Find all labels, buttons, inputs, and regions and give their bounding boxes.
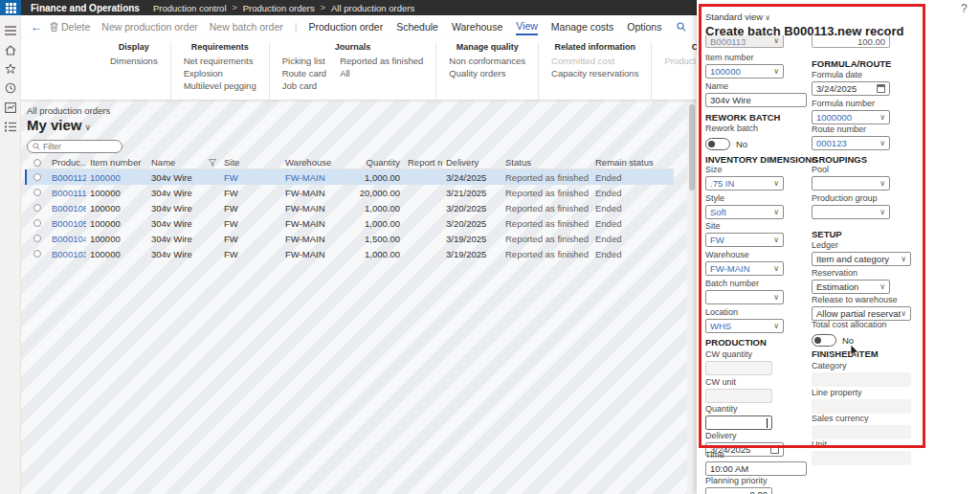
- cell-production-order[interactable]: B000104: [48, 234, 86, 244]
- row-radio[interactable]: [27, 189, 48, 196]
- ribbon-item-all[interactable]: All: [340, 67, 423, 79]
- table-row[interactable]: B000105 100000 304v Wire FW FW-MAIN 1,00…: [27, 215, 674, 231]
- delete-button[interactable]: Delete: [50, 21, 90, 33]
- quantity-input[interactable]: [705, 415, 772, 430]
- cell-production-order[interactable]: B000103: [48, 249, 86, 259]
- cell-production-order[interactable]: B000105: [48, 218, 86, 229]
- column-header-quantity[interactable]: Quantity: [348, 157, 404, 168]
- column-header-delivery[interactable]: Delivery: [442, 157, 501, 168]
- tab-view[interactable]: View: [516, 17, 538, 35]
- formula-date-input[interactable]: 3/24/2025: [812, 81, 890, 96]
- row-radio[interactable]: [27, 204, 48, 212]
- formula-number-combo[interactable]: 1000000∨: [812, 110, 890, 124]
- site-combo[interactable]: FW∨: [705, 233, 784, 247]
- search-icon[interactable]: [677, 22, 686, 32]
- tab-warehouse[interactable]: Warehouse: [452, 18, 502, 34]
- production-group-combo[interactable]: ∨: [812, 205, 890, 219]
- table-row[interactable]: B000104 100000 304v Wire FW FW-MAIN 1,50…: [27, 231, 674, 246]
- name-input[interactable]: 304v Wire: [705, 93, 807, 107]
- calendar-icon[interactable]: [877, 84, 885, 93]
- ribbon-item-dimensions[interactable]: Dimensions: [110, 55, 158, 67]
- ribbon-item-capacity-reservations[interactable]: Capacity reservations: [551, 67, 638, 79]
- column-header-report-remainder[interactable]: Report re...: [404, 157, 442, 168]
- cell-status: Reported as finished: [501, 218, 591, 229]
- page-tab-all-production-orders[interactable]: All production orders: [27, 105, 110, 116]
- pool-combo[interactable]: ∨: [812, 176, 890, 191]
- ribbon-item-job-card[interactable]: Job card: [282, 79, 326, 92]
- ribbon-item-route-card[interactable]: Route card: [282, 67, 326, 79]
- ribbon-item-multilevel-pegging[interactable]: Multilevel pegging: [184, 79, 256, 92]
- scrollbar-thumb[interactable]: [689, 104, 695, 191]
- table-row[interactable]: B000112 100000 304v Wire FW FW-MAIN 1,00…: [25, 169, 674, 185]
- cell-production-order[interactable]: B000112: [48, 172, 86, 183]
- total-cost-allocation-toggle[interactable]: [812, 334, 836, 347]
- column-header-production-order[interactable]: Produc...↓: [48, 157, 86, 168]
- size-combo[interactable]: .75 IN∨: [705, 176, 784, 191]
- release-to-warehouse-combo[interactable]: Allow partial reservation∨: [812, 306, 911, 321]
- column-header-item-number[interactable]: Item number: [86, 157, 147, 168]
- ribbon-item-net-requirements[interactable]: Net requirements: [184, 55, 256, 67]
- warehouse-combo[interactable]: FW-MAIN∨: [705, 261, 784, 276]
- cell-production-order[interactable]: B000108: [48, 203, 86, 213]
- ledger-combo[interactable]: Item and category∨: [812, 252, 911, 266]
- reservation-field: Reservation Estimation∨: [812, 268, 890, 294]
- tab-schedule[interactable]: Schedule: [396, 18, 438, 34]
- cell-warehouse: FW-MAIN: [281, 249, 348, 259]
- favorites-star-icon[interactable]: [0, 59, 21, 79]
- tab-options[interactable]: Options: [627, 18, 661, 34]
- modules-list-icon[interactable]: [0, 117, 21, 136]
- column-header-status[interactable]: Status: [501, 157, 591, 168]
- breadcrumb-production-orders[interactable]: Production orders: [243, 3, 315, 13]
- batch-number-combo[interactable]: ∨: [705, 290, 784, 304]
- row-radio[interactable]: [27, 219, 48, 227]
- ribbon-item-picking-list[interactable]: Picking list: [282, 55, 326, 67]
- filter-input[interactable]: [43, 142, 110, 151]
- cell-production-order[interactable]: B000111: [48, 188, 86, 198]
- chevron-down-icon: ∨: [773, 294, 779, 302]
- column-header-name[interactable]: Name: [147, 157, 220, 168]
- ribbon-group-manage-quality: Manage quality Non conformances Quality …: [436, 42, 539, 100]
- route-number-combo[interactable]: 000123∨: [812, 136, 890, 150]
- chevron-down-icon: ∨: [773, 37, 779, 45]
- breadcrumb-production-control[interactable]: Production control: [153, 3, 227, 13]
- help-icon[interactable]: ?: [961, 2, 968, 15]
- tab-manage-costs[interactable]: Manage costs: [551, 18, 613, 34]
- grid-filter-box[interactable]: [27, 140, 122, 153]
- planning-priority-input[interactable]: 0.00: [705, 487, 772, 494]
- select-all-radio[interactable]: [27, 159, 48, 167]
- table-row[interactable]: B000103 100000 304v Wire FW FW-MAIN 1,00…: [27, 246, 674, 261]
- row-radio[interactable]: [27, 250, 48, 258]
- home-icon[interactable]: [0, 40, 21, 59]
- column-header-warehouse[interactable]: Warehouse: [281, 157, 348, 168]
- back-arrow-icon[interactable]: ←: [21, 20, 50, 34]
- rework-batch-toggle[interactable]: [705, 138, 730, 150]
- time-input[interactable]: 10:00 AM: [705, 461, 807, 476]
- recent-clock-icon[interactable]: [0, 79, 21, 98]
- breadcrumb-all-production-orders[interactable]: All production orders: [331, 3, 414, 13]
- ribbon-item-non-conformances[interactable]: Non conformances: [449, 55, 525, 67]
- row-radio[interactable]: [27, 235, 48, 242]
- column-header-remain-status[interactable]: Remain status: [591, 157, 672, 168]
- row-radio[interactable]: [27, 173, 48, 181]
- style-combo[interactable]: Soft∨: [705, 205, 784, 219]
- vertical-scrollbar[interactable]: [687, 101, 697, 494]
- time-field: Time 10:00 AM: [705, 450, 807, 476]
- reservation-combo[interactable]: Estimation∨: [812, 280, 890, 294]
- menu-icon[interactable]: [0, 21, 21, 40]
- ribbon-item-quality-orders[interactable]: Quality orders: [449, 67, 525, 79]
- workspaces-icon[interactable]: [0, 98, 21, 117]
- table-row[interactable]: B000111 100000 304v Wire FW FW-MAIN 20,0…: [27, 185, 674, 200]
- location-combo[interactable]: WHS∨: [705, 319, 784, 333]
- item-number-combo[interactable]: 100000∨: [705, 64, 784, 79]
- panel-view-selector[interactable]: Standard view∨: [705, 11, 770, 22]
- app-launcher-waffle-icon[interactable]: [0, 0, 21, 15]
- new-production-order-button[interactable]: New production order: [101, 21, 197, 33]
- view-selector[interactable]: My view∨: [27, 117, 91, 133]
- column-header-site[interactable]: Site: [220, 157, 281, 168]
- ribbon-item-explosion[interactable]: Explosion: [184, 67, 256, 79]
- planning-priority-field: Planning priority 0.00: [705, 476, 772, 494]
- table-row[interactable]: B000108 100000 304v Wire FW FW-MAIN 1,00…: [27, 200, 674, 215]
- tab-production-order[interactable]: Production order: [309, 18, 384, 34]
- ribbon-item-reported-as-finished[interactable]: Reported as finished: [340, 55, 423, 67]
- new-batch-order-button[interactable]: New batch order: [210, 21, 283, 33]
